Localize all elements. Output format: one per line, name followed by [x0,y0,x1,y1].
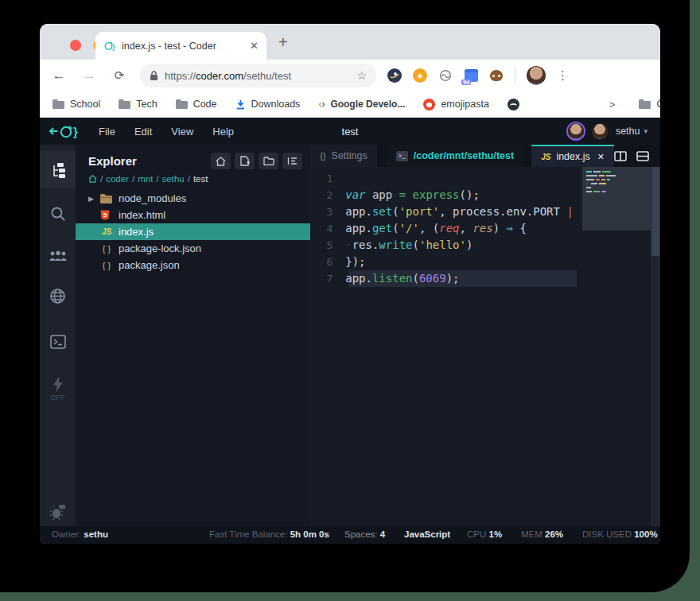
bookmark-dark-circle[interactable] [508,99,519,111]
sidebar-item-search[interactable] [40,195,76,232]
sidebar-item-collaborators[interactable] [40,237,76,274]
menu-file[interactable]: File [99,126,115,138]
wave-extension-icon[interactable] [438,68,453,83]
svg-text:}: } [112,43,115,51]
bookmark-folder-code[interactable]: Code [176,99,217,110]
menu-view[interactable]: View [171,126,193,138]
collapse-all-icon [287,157,298,165]
home-button[interactable] [211,153,231,169]
user-menu[interactable]: sethu ▾ [616,126,648,137]
bookmark-star-icon[interactable]: ☆ [356,69,367,82]
breadcrumb-mnt[interactable]: mnt [138,174,153,184]
status-time-balance: Fast Time Balance: 5h 0m 0s [209,529,329,539]
bookmark-emojipasta[interactable]: emojipasta [423,99,488,111]
sidebar-item-terminal[interactable] [40,323,76,360]
collaborator-avatar[interactable] [568,123,584,139]
lightning-icon [52,376,64,392]
bookmark-google-developers[interactable]: ‹› Google Develo... [318,99,405,110]
new-file-icon [240,156,250,166]
planet-extension-icon[interactable] [387,68,402,83]
split-horizontal-button[interactable] [636,151,649,161]
new-tab-button[interactable]: + [278,33,288,52]
breadcrumb: / coder / mnt / sethu / test [76,171,310,190]
file-row-index-js[interactable]: JS index.js [76,223,310,240]
other-bookmarks[interactable]: Other Bookmarks [639,99,660,110]
users-icon [49,250,67,262]
editor-area: {} Settings >_ /coder/mnt/sethu/test JS … [310,145,660,526]
reddit-icon [423,99,435,111]
collapse-all-button[interactable] [282,153,302,169]
line-number: 5 [310,237,345,254]
json-icon: { } [100,244,113,254]
calendar-extension-icon[interactable]: 9d [464,68,478,83]
tab-index-js[interactable]: JS index.js ✕ [531,145,614,167]
forward-icon[interactable]: → [80,68,99,83]
folder-icon [52,99,64,109]
html5-icon: 5 [100,210,113,220]
code-editor[interactable]: 12var app = express();3app.set('port', p… [310,167,660,526]
menu-bar: File Edit View Help [99,126,234,138]
tab-close-icon[interactable]: ✕ [250,40,259,52]
status-owner: Owner: sethu [52,529,108,539]
svg-text:5: 5 [103,211,107,219]
url-bar[interactable]: https://coder.com/sethu/test ☆ [140,64,376,87]
explorer-panel: Explorer / [76,145,310,526]
scrollbar-thumb[interactable] [651,167,659,256]
file-row-package-json[interactable]: { } package.json [76,257,310,273]
browser-tab-title: index.js - test - Coder [122,41,243,52]
tab-settings[interactable]: {} Settings [310,145,377,167]
poop-extension-icon[interactable] [489,68,504,83]
dark-globe-icon [508,99,519,111]
bookmark-folder-school[interactable]: School [52,99,100,110]
file-list: ▶ node_modules 5 index.html [76,190,310,273]
bookmark-downloads[interactable]: Downloads [235,99,301,110]
bug-icon [50,504,66,520]
status-language: JavaScript [404,529,450,539]
minimap[interactable] [582,167,651,526]
breadcrumb-sethu[interactable]: sethu [162,174,185,184]
breadcrumb-coder[interactable]: coder [106,174,129,184]
star-extension-icon[interactable]: ★ [413,68,427,83]
close-window-button[interactable] [70,40,81,51]
reload-icon[interactable]: ⟳ [110,68,129,83]
folder-icon [176,99,188,109]
search-icon [50,206,66,222]
line-number: 3 [310,204,345,220]
menu-help[interactable]: Help [212,126,234,138]
sidebar-item-explorer[interactable] [40,151,76,188]
sidebar-item-feedback[interactable] [50,504,66,520]
status-cpu: CPU 1% [467,529,502,539]
js-icon: JS [100,227,113,236]
json-icon: { } [100,261,113,270]
file-row-index-html[interactable]: 5 index.html [76,207,310,223]
sidebar-item-power[interactable]: OFF [40,370,76,407]
line-number: 6 [310,254,345,270]
split-vertical-button[interactable] [614,151,627,161]
bookmarks-overflow-chevron[interactable]: > [609,99,616,111]
close-tab-icon[interactable]: ✕ [597,152,605,162]
editor-scrollbar[interactable] [651,167,660,526]
file-row-package-lock-json[interactable]: { } package-lock.json [76,240,310,257]
bookmark-folder-tech[interactable]: Tech [119,99,157,110]
chevron-down-icon: ▾ [644,127,648,135]
coder-logo[interactable]: } [48,122,81,140]
breadcrumb-test[interactable]: test [193,174,208,184]
browser-tab[interactable]: } index.js - test - Coder ✕ [95,32,266,60]
status-bar: Owner: sethu Fast Time Balance: 5h 0m 0s… [40,526,660,544]
terminal-icon: >_ [396,151,408,161]
line-number: 4 [310,220,345,237]
sidebar-item-ports[interactable] [40,277,76,315]
file-row-node-modules[interactable]: ▶ node_modules [76,190,310,207]
browser-window: } index.js - test - Coder ✕ + ← → ⟳ http… [40,24,660,544]
new-folder-button[interactable] [259,153,278,169]
new-file-button[interactable] [235,153,255,169]
twisty-icon: ▶ [88,195,95,203]
user-avatar[interactable] [592,123,608,139]
chrome-profile-avatar[interactable] [527,66,546,85]
status-disk: DISK USED 100% [582,529,658,539]
tab-terminal-path[interactable]: >_ /coder/mnt/sethu/test [387,145,523,167]
back-icon[interactable]: ← [49,68,68,83]
download-icon [235,99,246,110]
chrome-menu-icon[interactable]: ⋮ [557,68,569,83]
menu-edit[interactable]: Edit [134,126,152,138]
